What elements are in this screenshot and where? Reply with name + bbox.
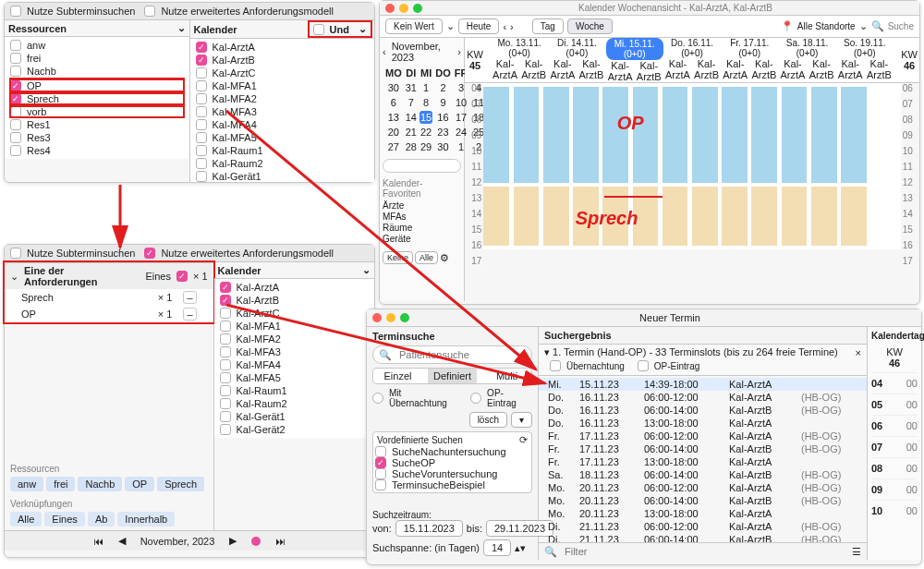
day-col-header[interactable]: Fr. 17.11. (0+0)Kal-ArztAKal-ArztB: [721, 38, 778, 82]
hour-slot[interactable]: 0900: [871, 478, 918, 500]
fav-item[interactable]: MFAs: [383, 212, 461, 222]
vordef-0[interactable]: SucheNachuntersuchung: [375, 446, 529, 457]
cal-item-2[interactable]: Kal-ArztC: [196, 67, 370, 79]
search-icon[interactable]: 🔍: [871, 20, 884, 32]
chip-Alle[interactable]: Alle: [10, 512, 42, 527]
result-row[interactable]: Do.16.11.2313:00-18:00Kal-ArztA: [539, 417, 867, 430]
heute-btn[interactable]: Heute: [458, 18, 500, 34]
chevron-down-icon[interactable]: ⌄: [10, 271, 18, 283]
chip-Sprech[interactable]: Sprech: [157, 477, 204, 491]
chip-Ab[interactable]: Ab: [88, 512, 115, 527]
fav-item[interactable]: Ärzte: [383, 200, 461, 211]
cal-item-6[interactable]: Kal-MFA4: [196, 119, 370, 130]
chip-anw[interactable]: anw: [10, 477, 43, 491]
res-item-OP[interactable]: OP: [10, 79, 184, 91]
today-dot[interactable]: [251, 537, 261, 546]
res-item-Res4[interactable]: Res4: [10, 145, 184, 156]
res-item-anw[interactable]: anw: [10, 40, 184, 51]
span-input[interactable]: 14: [483, 539, 511, 556]
use-ext-model-cb[interactable]: Nutze erweitertes Anforderungsmodell: [144, 6, 333, 17]
anf-item[interactable]: OP× 1–: [5, 306, 213, 322]
cal-item-0[interactable]: Kal-ArztA: [196, 42, 370, 53]
hour-slot[interactable]: 0800: [871, 457, 918, 478]
res-item-Sprech[interactable]: Sprech: [10, 93, 184, 104]
cal-item-3[interactable]: Kal-MFA1: [196, 80, 370, 91]
result-row[interactable]: Fr.17.11.2306:00-14:00Kal-ArztB(HB-OG): [539, 442, 867, 455]
cal2-item-4[interactable]: Kal-MFA2: [220, 333, 369, 345]
refresh-icon[interactable]: ⟳: [519, 434, 528, 446]
cal-item-5[interactable]: Kal-MFA3: [196, 106, 370, 117]
expand-icon[interactable]: ⌄: [362, 264, 371, 276]
cal2-item-8[interactable]: Kal-Raum1: [220, 385, 369, 396]
chip-Innerhalb[interactable]: Innerhalb: [117, 512, 175, 527]
fav-item[interactable]: Räume: [383, 223, 461, 233]
standorte-select[interactable]: Alle Standorte: [797, 21, 856, 31]
expand-icon[interactable]: ⌄: [177, 22, 186, 34]
hour-slot[interactable]: 0700: [871, 436, 918, 457]
nav-next-icon[interactable]: ▶: [229, 535, 237, 547]
filter-icon[interactable]: ▾: [511, 412, 532, 428]
filter-input[interactable]: [563, 545, 846, 558]
result-row[interactable]: Mo.20.11.2306:00-14:00Kal-ArztB(HB-OG): [539, 494, 867, 507]
chevron-down-icon[interactable]: ⌄: [446, 20, 455, 32]
calendar-grid[interactable]: OPSprech: [483, 83, 900, 249]
res-item-frei[interactable]: frei: [10, 53, 184, 64]
vordef-3[interactable]: TerminsucheBeispiel: [375, 479, 529, 490]
cal2-item-10[interactable]: Kal-Gerät1: [220, 411, 369, 422]
cal2-item-1[interactable]: Kal-ArztB: [220, 295, 369, 306]
cal2-item-9[interactable]: Kal-Raum2: [220, 398, 369, 409]
cal-item-7[interactable]: Kal-MFA5: [196, 132, 370, 143]
filter-settings-icon[interactable]: ☰: [852, 546, 861, 558]
result-row[interactable]: Sa.18.11.2306:00-14:00Kal-ArztB(HB-OG): [539, 468, 867, 481]
result-row[interactable]: Mi.15.11.2314:39-18:00Kal-ArztA: [539, 378, 867, 391]
nav-last-icon[interactable]: ⏭: [275, 536, 286, 547]
result-row[interactable]: Do.16.11.2306:00-12:00Kal-ArztA(HB-OG): [539, 391, 867, 404]
close-icon[interactable]: ×: [856, 347, 861, 358]
use-ext-model-cb2[interactable]: Nutze erweitertes Anforderungsmodell: [144, 248, 333, 259]
nav-prev-icon[interactable]: ‹: [503, 21, 506, 32]
hour-slot[interactable]: 0500: [871, 393, 918, 415]
map-pin-icon[interactable]: 📍: [781, 20, 794, 32]
result-row[interactable]: Mo.20.11.2306:00-12:00Kal-ArztA(HB-OG): [539, 481, 867, 494]
anf-toggle[interactable]: [176, 271, 188, 282]
hour-slot[interactable]: 1000: [871, 500, 918, 521]
cal2-item-5[interactable]: Kal-MFA3: [220, 346, 369, 357]
res-item-Nachb[interactable]: Nachb: [10, 66, 184, 77]
search-tabs[interactable]: Einzel Definiert Multi: [372, 368, 532, 384]
result-row[interactable]: Do.16.11.2306:00-14:00Kal-ArztB(HB-OG): [539, 404, 867, 417]
vordef-2[interactable]: SucheVoruntersuchung: [375, 468, 529, 479]
day-col-header[interactable]: So. 19.11. (0+0)Kal-ArztAKal-ArztB: [836, 38, 894, 82]
day-col-header[interactable]: Di. 14.11. (0+0)Kal-ArztAKal-ArztB: [548, 38, 605, 82]
cal-item-4[interactable]: Kal-MFA2: [196, 93, 370, 104]
keinwert-btn[interactable]: Kein Wert: [385, 18, 443, 34]
nav-first-icon[interactable]: ⏮: [93, 536, 103, 547]
result-row[interactable]: Fr.17.11.2306:00-12:00Kal-ArztA(HB-OG): [539, 430, 867, 442]
result-row[interactable]: Di.21.11.2306:00-12:00Kal-ArztA(HB-OG): [539, 520, 867, 533]
chip-frei[interactable]: frei: [46, 477, 75, 491]
loesch-button[interactable]: lösch: [469, 412, 507, 428]
cal-item-8[interactable]: Kal-Raum1: [196, 145, 370, 156]
cal-item-9[interactable]: Kal-Raum2: [196, 158, 370, 169]
fav-item[interactable]: Geräte: [383, 234, 461, 244]
nav-month[interactable]: November, 2023: [140, 536, 215, 547]
day-col-header[interactable]: Sa. 18.11. (0+0)Kal-ArztAKal-ArztB: [778, 38, 835, 82]
day-col-header[interactable]: Do. 16.11. (0+0)Kal-ArztAKal-ArztB: [663, 38, 721, 82]
cal2-item-6[interactable]: Kal-MFA4: [220, 359, 369, 370]
chip-OP[interactable]: OP: [125, 477, 154, 491]
use-subtermin-cb2[interactable]: Nutze Subterminsuchen: [10, 248, 135, 259]
nav-prev-icon[interactable]: ◀: [118, 535, 126, 547]
res-item-vorb[interactable]: vorb: [10, 106, 184, 117]
day-col-header[interactable]: Mo. 13.11. (0+0)Kal-ArztAKal-ArztB: [491, 38, 548, 82]
res-item-Res1[interactable]: Res1: [10, 119, 184, 130]
anf-item[interactable]: Sprech× 1–: [5, 289, 213, 306]
chip-Nachb[interactable]: Nachb: [78, 477, 122, 491]
cal-item-1[interactable]: Kal-ArztB: [196, 54, 370, 66]
vordef-1[interactable]: SucheOP: [375, 457, 529, 468]
cal-item-10[interactable]: Kal-Gerät1: [196, 171, 370, 182]
date-from-input[interactable]: 15.11.2023: [395, 520, 463, 537]
woche-btn[interactable]: Woche: [567, 18, 613, 34]
tag-btn[interactable]: Tag: [532, 18, 564, 34]
cal2-item-2[interactable]: Kal-ArztC: [220, 308, 369, 319]
patient-search-input[interactable]: [397, 348, 529, 361]
result-row[interactable]: Mo.20.11.2313:00-18:00Kal-ArztA: [539, 507, 867, 520]
